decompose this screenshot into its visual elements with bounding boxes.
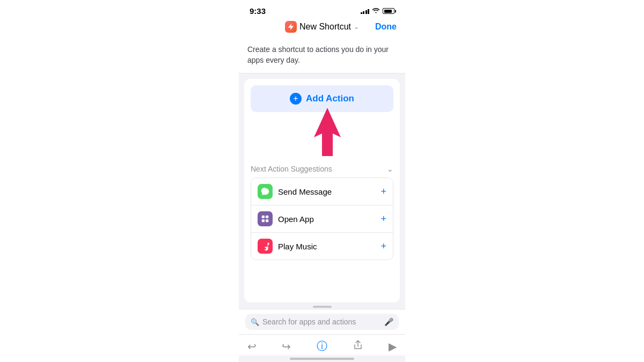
bottom-toolbar: ↩ ↪ ⓘ ▶	[239, 334, 405, 356]
messages-app-icon	[258, 184, 273, 199]
play-music-label: Play Music	[278, 242, 380, 251]
share-button[interactable]	[353, 339, 363, 353]
svg-rect-1	[262, 216, 265, 218]
status-bar: 9:33	[239, 0, 405, 19]
svg-rect-3	[262, 219, 265, 222]
status-icons	[361, 8, 395, 15]
phone-frame: 9:33	[239, 0, 405, 362]
search-placeholder-text: Search for apps and actions	[262, 317, 356, 326]
suggestions-chevron-icon: ⌄	[387, 165, 393, 173]
action-item-send-message[interactable]: Send Message +	[251, 178, 393, 205]
search-input-container[interactable]: 🔍 Search for apps and actions 🎤	[245, 314, 399, 330]
description-text: Create a shortcut to actions you do in y…	[247, 45, 389, 64]
play-button[interactable]: ▶	[389, 340, 397, 353]
done-button[interactable]: Done	[375, 22, 397, 32]
open-app-icon	[258, 211, 273, 226]
battery-icon	[383, 8, 394, 14]
signal-bars-icon	[361, 8, 370, 14]
redo-button[interactable]: ↪	[282, 340, 291, 353]
undo-button[interactable]: ↩	[247, 340, 257, 353]
suggestions-section: Next Action Suggestions ⌄ Send Message +	[244, 161, 400, 267]
send-message-label: Send Message	[278, 187, 380, 196]
nav-chevron-icon: ⌄	[354, 23, 359, 31]
arrow-container	[244, 119, 400, 161]
add-action-icon: +	[290, 93, 302, 105]
wifi-icon	[372, 8, 380, 15]
action-item-open-app[interactable]: Open App +	[251, 205, 393, 233]
svg-marker-0	[314, 108, 341, 156]
add-action-label: Add Action	[306, 93, 354, 104]
home-indicator	[290, 358, 354, 360]
action-list: Send Message + Open App	[251, 178, 393, 260]
description-card: Create a shortcut to actions you do in y…	[239, 37, 405, 73]
drag-indicator	[313, 306, 332, 308]
nav-shortcut-title[interactable]: New Shortcut ⌄	[285, 21, 359, 33]
play-music-add-button[interactable]: +	[380, 241, 386, 252]
open-app-add-button[interactable]: +	[380, 213, 386, 225]
music-app-icon	[258, 239, 273, 254]
main-content: Create a shortcut to actions you do in y…	[239, 37, 405, 362]
action-item-play-music[interactable]: Play Music +	[251, 233, 393, 260]
svg-rect-2	[266, 216, 268, 218]
search-bar: 🔍 Search for apps and actions 🎤	[239, 309, 405, 334]
suggestions-title: Next Action Suggestions	[251, 165, 332, 173]
svg-rect-4	[266, 219, 268, 222]
info-button[interactable]: ⓘ	[317, 339, 327, 353]
suggestions-header[interactable]: Next Action Suggestions ⌄	[251, 161, 393, 178]
arrow-pointer-icon	[311, 108, 343, 156]
microphone-icon[interactable]: 🎤	[384, 317, 393, 326]
open-app-label: Open App	[278, 215, 380, 224]
status-time: 9:33	[250, 6, 266, 16]
search-icon: 🔍	[251, 318, 259, 326]
send-message-add-button[interactable]: +	[380, 186, 386, 197]
nav-title: New Shortcut	[299, 22, 351, 32]
scroll-panel[interactable]: + Add Action Next Action Suggestions ⌄	[244, 79, 400, 302]
nav-bar: New Shortcut ⌄ Done	[239, 19, 405, 37]
shortcuts-app-icon	[285, 21, 297, 33]
